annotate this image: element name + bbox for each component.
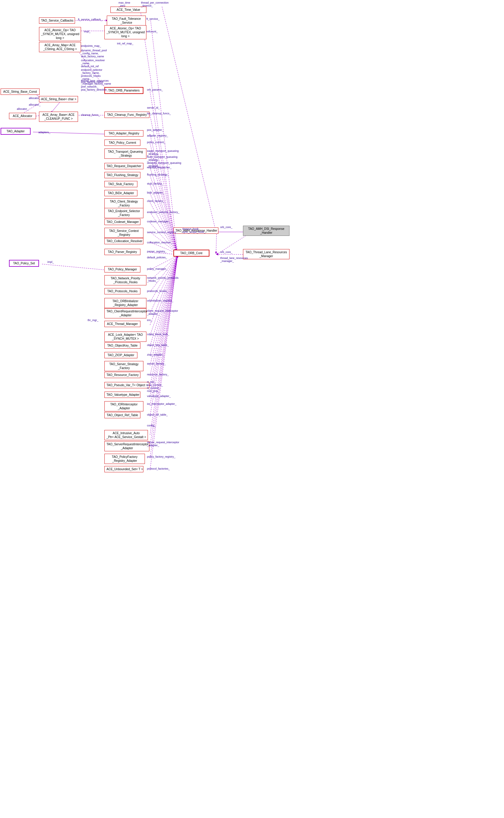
tao-object-ref-table-node: TAO_Object_Ref_Table: [104, 412, 140, 418]
label-impl: impl_: [84, 30, 91, 33]
tao-fault-tolerance-service-node: TAO_Fault_Tolerance_Service: [107, 16, 146, 26]
tao-objectkey-table-node: TAO_ObjectKey_Table: [104, 342, 140, 349]
tao-ziop-adapter-node: TAO_ZIOP_Adapter: [104, 352, 137, 358]
ace-time-value-node: ACE_Time_Value: [110, 7, 146, 13]
tao-pseudo-var-node: TAO_Pseudo_Var_T< Object >: [104, 382, 149, 388]
tao-endpoint-selector-factory-node: TAO_Endpoint_Selector_Factory: [104, 208, 143, 218]
label-request-dispatcher: request_dispatcher_: [147, 166, 172, 169]
label-client-request-interceptor: client_request_interceptor_adapter_: [147, 309, 178, 315]
label-rt-orb: rt_orb_poa_current_rt_current_root_poa_: [147, 380, 163, 392]
label-server-id: server_id_: [147, 106, 160, 109]
label-ft-service-callback: ft_service_callback_: [78, 18, 102, 21]
tao-codeset-manager-node: TAO_Codeset_Manager: [104, 219, 140, 225]
svg-line-50: [162, 7, 216, 232]
label-protocols-hooks: protocols_hooks_: [147, 290, 168, 293]
tao-service-callbacks-node: TAO_Service_Callbacks: [39, 17, 75, 24]
tao-request-dispatcher-node: TAO_Request_Dispatcher: [104, 163, 143, 169]
svg-line-32: [150, 256, 178, 458]
ace-array-map-node: ACE_Array_Map< ACE_CString, ACE_CString …: [39, 42, 81, 52]
svg-line-19: [150, 256, 178, 313]
label-thread-lane-resources: thread_lane_resources_manager_factory_na…: [81, 79, 111, 85]
label-orb-core-1: orb_core_: [220, 226, 233, 229]
label-eager-transport: eager_transport_queueing_strategy,flush_…: [147, 149, 181, 167]
tao-server-request-interceptor-adapter-node: TAO_ServerRequestInterceptor_Adapter: [104, 441, 149, 451]
label-dynamic-thread-pool: dynamic_thread_pool_config_name,stub_fac…: [81, 49, 107, 58]
label-impl-2: impl_: [47, 260, 54, 263]
tao-service-context-registry-node: TAO_Service_Context_Registry: [104, 228, 143, 238]
label-policy-factory-registry: policy_factory_registry_: [147, 455, 175, 458]
tao-collocation-resolver-node: TAO_Collocation_Resolver: [104, 238, 143, 244]
tao-amh-dsi-response-handler-node: TAO_AMH_DSI_Response_Handler: [243, 226, 289, 236]
tao-orb-core-node: TAO_ORB_Core: [173, 250, 209, 257]
svg-line-45: [216, 232, 217, 254]
label-allocator-2: allocator_: [29, 103, 41, 106]
tao-ior-interceptor-adapter-node: TAO_IORInterceptor_Adapter: [104, 401, 143, 411]
label-protocol-factories: protocol_factories_: [147, 467, 170, 470]
tao-orb-parameters-node: TAO_ORB_Parameters: [104, 87, 143, 94]
tao-transport-queueing-strategy-node: TAO_Transport_Queueing_Strategy: [104, 149, 146, 159]
label-network-priority: network_priority_protocols_hooks_: [147, 276, 179, 282]
label-policy-manager: policy_manager_: [147, 267, 168, 270]
label-stub-factory: stub_factory_: [147, 182, 163, 185]
tao-orbinitializer-registry-adapter-node: TAO_ORBInitializer_Registry_Adapter: [104, 298, 146, 308]
label-orb-core-2: orb_core_: [220, 251, 233, 254]
label-server-request-interceptor: server_request_interceptor_adapter_: [147, 441, 179, 447]
label-init-ref-map: init_ref_map_: [117, 42, 133, 45]
ace-unbounded-set-node: ACE_Unbounded_Set< T >: [104, 466, 143, 472]
label-endpoints-map: endpoints_map_: [81, 44, 101, 47]
label-thread-per-connection: thread_per_connection_timeout_: [141, 1, 169, 7]
label-parser-registry: parser_registry_: [147, 250, 167, 253]
svg-line-26: [150, 256, 178, 386]
label-valuetype-adapter: valuetype_adapter_: [147, 395, 171, 398]
tao-flushing-strategy-node: TAO_Flushing_Strategy: [104, 172, 140, 178]
diagram-container: ACE_Time_Value TAO_Fault_Tolerance_Servi…: [0, 0, 504, 818]
label-collocation-resolver-field: collocation_resolver_: [147, 241, 173, 244]
label-adapter-registry: adapter_registry_: [147, 134, 168, 137]
label-ziop-adapter: ziop_adapter_: [147, 353, 164, 356]
label-irm: irm_: [147, 319, 152, 322]
tao-adapter-registry-node: TAO_Adapter_Registry: [104, 130, 143, 137]
tao-client-strategy-factory-node: TAO_Client_Strategy_Factory: [104, 198, 143, 209]
label-adapters: adapters_: [38, 131, 50, 134]
label-object-ref-table: object_ref_table_: [147, 413, 168, 416]
tao-bidir-adapter-node: TAO_BiDir_Adapter: [104, 190, 137, 196]
label-resource-factory: resource_factory_: [147, 373, 169, 376]
ace-string-base-const-node: ACE_String_Base_Const: [1, 89, 40, 95]
label-pos-adapter: pos_adapter_: [147, 128, 163, 131]
label-refcount: refcount_: [146, 30, 158, 33]
label-server-factory: server_factory_: [147, 362, 166, 365]
tao-resource-factory-node: TAO_Resource_Factory: [104, 372, 140, 378]
arrows-svg: [0, 0, 504, 818]
tao-stub-factory-node: TAO_Stub_Factory: [104, 181, 137, 187]
label-config: config_: [147, 424, 156, 427]
label-orb-params: orb_params_: [147, 88, 163, 91]
ace-intrusive-auto-ptr-node: ACE_Intrusive_Auto_Ptr< ACE_Service_Gest…: [104, 430, 148, 440]
svg-line-49: [140, 11, 177, 254]
tao-thread-lane-resources-manager-node: TAO_Thread_Lane_Resources_Manager: [243, 249, 289, 259]
label-ft-service: ft_service_: [146, 17, 160, 20]
label-service-context-registry: service_context_registry_: [147, 231, 178, 234]
tao-network-priority-protocols-hooks-node: TAO_Network_Priority_Protocols_Hooks: [104, 275, 146, 285]
label-flushing-strategy: flushing_strategy_: [147, 173, 169, 176]
tao-server-strategy-factory-node: TAO_Server_Strategy_Factory: [104, 361, 143, 371]
label-bidir-adapter: bidir_adapter_: [147, 191, 164, 194]
svg-line-17: [150, 256, 178, 292]
svg-line-25: [150, 256, 178, 376]
label-object-key-table: object_key_table_: [147, 344, 169, 347]
label-collocation-resolver: collocation_resolver_name,default_init_r…: [81, 59, 105, 68]
svg-line-31: [150, 256, 178, 446]
ace-lock-adapter-node: ACE_Lock_Adapter< TAO_SYNCH_MUTEX >: [104, 332, 146, 342]
label-cdata-block-lock: cdata_block_lock_: [147, 333, 169, 336]
label-max-time-zero: max_time_zero: [119, 1, 130, 7]
label-thr-mgr: thr_mgr_: [88, 319, 98, 322]
ace-array-base-cleanup-node: ACE_Array_Base< ACE_CLEANUP_FUNC >: [39, 112, 78, 122]
label-cleanup-funcs: cleanup_funcs_: [81, 113, 100, 116]
label-orbinitializer-registry: orbinitializer_registry_: [147, 299, 173, 302]
label-default-policies: default_policies_: [147, 256, 167, 259]
svg-line-39: [24, 101, 43, 113]
ace-thread-manager-node: ACE_Thread_Manager: [104, 321, 140, 327]
tao-policy-factory-registry-adapter-node: TAO_PolicyFactory_Registry_Adapter: [104, 454, 145, 464]
label-endpoint-selector-factory: endpoint_selector_factory_: [147, 211, 179, 214]
label-thread-lane-resources-manager: thread_lane_resources_manager_: [220, 257, 248, 263]
svg-line-23: [150, 256, 178, 356]
